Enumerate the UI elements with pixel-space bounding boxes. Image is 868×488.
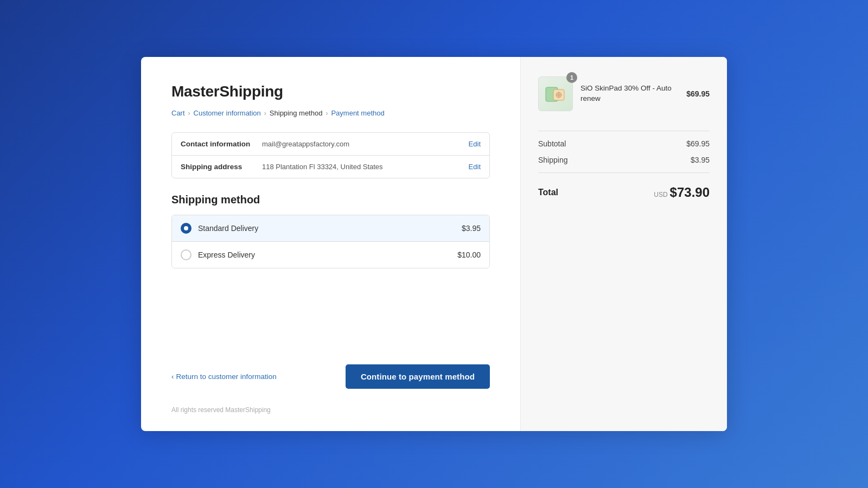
breadcrumb-shipping-method: Shipping method — [270, 109, 323, 117]
total-label: Total — [538, 188, 558, 197]
total-row: Total USD$73.90 — [538, 177, 710, 204]
continue-button[interactable]: Continue to payment method — [346, 364, 490, 389]
shipping-section-title: Shipping method — [171, 194, 490, 206]
express-delivery-radio[interactable] — [181, 249, 192, 260]
chevron-left-icon: ‹ — [171, 373, 174, 381]
breadcrumb-sep-3: › — [326, 110, 328, 117]
subtotal-row: Subtotal $69.95 — [538, 136, 710, 152]
shipping-options: Standard Delivery $3.95 Express Delivery… — [171, 215, 490, 268]
left-panel: MasterShipping Cart › Customer informati… — [141, 57, 521, 431]
breadcrumb-customer-info[interactable]: Customer information — [194, 109, 261, 117]
standard-delivery-price: $3.95 — [462, 224, 481, 233]
product-info: SiO SkinPad 30% Off - Auto renew — [580, 84, 679, 104]
info-box: Contact information mail@greatappsfactor… — [171, 132, 490, 178]
standard-delivery-radio[interactable] — [181, 223, 192, 234]
shipping-summary-value: $3.95 — [691, 156, 710, 164]
product-row: 1 SiO SkinPad 30% Off - Auto renew $69.9… — [538, 76, 710, 111]
checkout-container: MasterShipping Cart › Customer informati… — [141, 57, 727, 431]
footer-text: All rights reserved MasterShipping — [171, 406, 490, 414]
right-panel: 1 SiO SkinPad 30% Off - Auto renew $69.9… — [521, 57, 727, 431]
shipping-row: Shipping $3.95 — [538, 152, 710, 168]
standard-delivery-option[interactable]: Standard Delivery $3.95 — [172, 215, 489, 242]
product-image-wrap: 1 — [538, 76, 573, 111]
subtotal-label: Subtotal — [538, 139, 566, 148]
contact-info-label: Contact information — [181, 140, 262, 148]
total-value: $73.90 — [670, 185, 710, 200]
back-link[interactable]: ‹ Return to customer information — [171, 373, 277, 381]
product-thumbnail-icon — [545, 83, 566, 105]
breadcrumb-payment-method: Payment method — [331, 109, 384, 117]
breadcrumb: Cart › Customer information › Shipping m… — [171, 109, 490, 117]
express-delivery-label: Express Delivery — [198, 251, 457, 259]
product-badge: 1 — [566, 72, 577, 83]
shipping-address-edit-link[interactable]: Edit — [469, 163, 481, 171]
product-price: $69.95 — [686, 89, 710, 98]
breadcrumb-sep-1: › — [188, 110, 190, 117]
product-image — [538, 76, 573, 111]
divider-1 — [538, 131, 710, 131]
product-name: SiO SkinPad 30% Off - Auto renew — [580, 84, 679, 104]
shipping-address-label: Shipping address — [181, 163, 262, 171]
shipping-address-row: Shipping address 118 Plantation Fl 33324… — [172, 156, 489, 178]
breadcrumb-sep-2: › — [264, 110, 266, 117]
contact-info-value: mail@greatappsfactory.com — [262, 140, 469, 148]
store-title: MasterShipping — [171, 83, 490, 100]
contact-info-row: Contact information mail@greatappsfactor… — [172, 133, 489, 156]
divider-2 — [538, 172, 710, 173]
shipping-label: Shipping — [538, 156, 568, 164]
total-currency: USD — [654, 191, 667, 198]
action-row: ‹ Return to customer information Continu… — [171, 364, 490, 389]
express-delivery-price: $10.00 — [457, 251, 481, 259]
subtotal-value: $69.95 — [686, 139, 710, 148]
contact-edit-link[interactable]: Edit — [469, 140, 481, 148]
back-link-label: Return to customer information — [176, 373, 277, 381]
standard-delivery-label: Standard Delivery — [198, 224, 462, 233]
radio-inner — [184, 226, 188, 230]
express-delivery-option[interactable]: Express Delivery $10.00 — [172, 242, 489, 268]
shipping-address-value: 118 Plantation Fl 33324, United States — [262, 163, 469, 171]
total-amount: USD$73.90 — [654, 185, 710, 200]
breadcrumb-cart[interactable]: Cart — [171, 109, 185, 117]
